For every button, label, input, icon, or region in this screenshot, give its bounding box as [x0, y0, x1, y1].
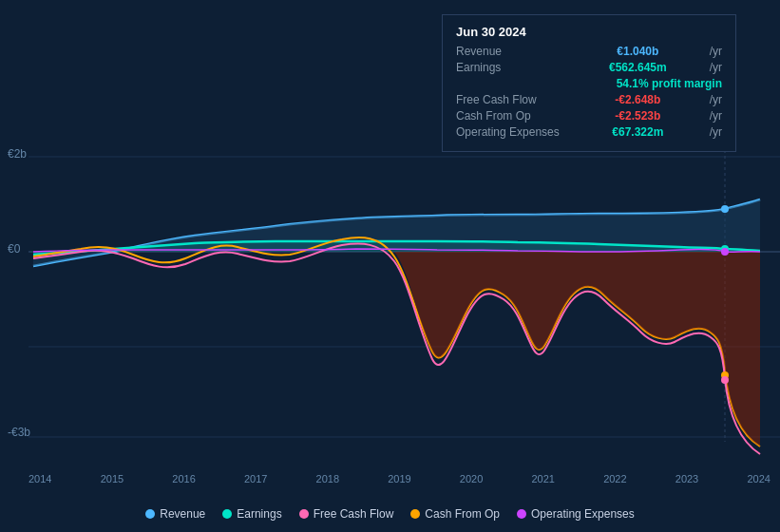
- svg-point-6: [721, 205, 729, 213]
- tooltip-revenue-label: Revenue: [456, 45, 570, 58]
- legend-item-cfo[interactable]: Cash From Op: [410, 507, 500, 521]
- x-label-2018: 2018: [316, 473, 339, 484]
- x-label-2014: 2014: [29, 473, 51, 484]
- tooltip-fcf-value: -€2.648b: [615, 93, 660, 106]
- tooltip-earnings-suffix: /yr: [710, 61, 722, 74]
- tooltip-earnings-row: Earnings €562.645m /yr: [456, 61, 722, 74]
- x-label-2016: 2016: [172, 473, 195, 484]
- tooltip-revenue-row: Revenue €1.040b /yr: [456, 45, 722, 58]
- legend-dot-fcf: [299, 509, 309, 519]
- x-label-2022: 2022: [603, 473, 626, 484]
- tooltip-fcf-suffix: /yr: [710, 93, 722, 106]
- y-label-top: €2b: [8, 147, 27, 161]
- tooltip-opex-row: Operating Expenses €67.322m /yr: [456, 125, 722, 139]
- legend-dot-revenue: [145, 509, 155, 519]
- y-label-mid: €0: [8, 242, 20, 256]
- legend-item-fcf[interactable]: Free Cash Flow: [299, 507, 394, 521]
- legend-label-cfo: Cash From Op: [425, 507, 500, 521]
- chart-container: €2b €0 -€3b 2014 2015 2016 2017 2018 201…: [0, 0, 780, 532]
- x-label-2020: 2020: [460, 473, 483, 484]
- x-label-2021: 2021: [531, 473, 554, 484]
- legend-dot-earnings: [222, 509, 232, 519]
- tooltip-box: Jun 30 2024 Revenue €1.040b /yr Earnings…: [442, 14, 736, 152]
- legend-dot-cfo: [410, 509, 420, 519]
- y-label-bottom: -€3b: [8, 426, 30, 439]
- chart-legend: Revenue Earnings Free Cash Flow Cash Fro…: [0, 507, 780, 521]
- x-label-2024: 2024: [747, 473, 770, 484]
- legend-item-revenue[interactable]: Revenue: [145, 507, 205, 521]
- x-axis-labels: 2014 2015 2016 2017 2018 2019 2020 2021 …: [29, 473, 770, 484]
- x-label-2015: 2015: [101, 473, 124, 484]
- x-label-2017: 2017: [244, 473, 267, 484]
- legend-item-earnings[interactable]: Earnings: [222, 507, 281, 521]
- legend-dot-opex: [517, 509, 526, 519]
- tooltip-profit-row: 54.1% profit margin: [570, 77, 722, 90]
- svg-point-8: [721, 248, 729, 256]
- tooltip-fcf-row: Free Cash Flow -€2.648b /yr: [456, 93, 722, 106]
- tooltip-opex-suffix: /yr: [710, 125, 722, 139]
- tooltip-fcf-label: Free Cash Flow: [456, 93, 570, 106]
- legend-item-opex[interactable]: Operating Expenses: [517, 507, 635, 521]
- legend-label-fcf: Free Cash Flow: [314, 507, 394, 521]
- x-label-2019: 2019: [388, 473, 410, 484]
- svg-point-10: [721, 376, 729, 384]
- tooltip-profit-value: 54.1% profit margin: [617, 77, 722, 90]
- tooltip-opex-value: €67.322m: [612, 125, 663, 139]
- tooltip-cfo-label: Cash From Op: [456, 109, 570, 123]
- tooltip-cfo-value: -€2.523b: [615, 109, 660, 123]
- tooltip-earnings-value: €562.645m: [609, 61, 667, 74]
- tooltip-earnings-label: Earnings: [456, 61, 570, 74]
- tooltip-revenue-value: €1.040b: [617, 45, 658, 58]
- legend-label-opex: Operating Expenses: [531, 507, 635, 521]
- legend-label-earnings: Earnings: [237, 507, 281, 521]
- legend-label-revenue: Revenue: [160, 507, 205, 521]
- x-label-2023: 2023: [675, 473, 698, 484]
- tooltip-cfo-row: Cash From Op -€2.523b /yr: [456, 109, 722, 123]
- tooltip-revenue-suffix: /yr: [710, 45, 722, 58]
- tooltip-opex-label: Operating Expenses: [456, 125, 570, 139]
- tooltip-cfo-suffix: /yr: [710, 109, 722, 123]
- tooltip-date: Jun 30 2024: [456, 25, 722, 39]
